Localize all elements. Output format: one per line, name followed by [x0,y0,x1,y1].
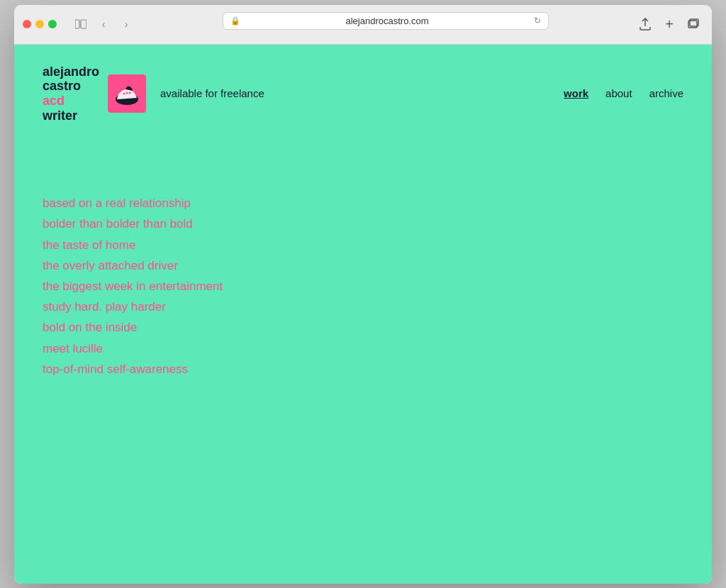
list-item: the taste of home [43,235,683,255]
traffic-lights [23,20,57,28]
list-item: based on a real relationship [43,194,683,213]
nav-work[interactable]: work [564,87,588,99]
logo-text-block: alejandro castro acd writer [43,65,99,123]
work-link-3[interactable]: the overly attached driver [43,259,178,272]
work-link-8[interactable]: top-of-mind self-awareness [43,362,188,376]
logo-line1: alejandro [43,65,99,79]
maximize-button[interactable] [48,20,57,28]
sidebar-toggle[interactable] [71,16,91,32]
list-item: the overly attached driver [43,256,683,275]
svg-rect-0 [75,20,79,28]
nav-archive[interactable]: archive [649,87,683,99]
browser-nav: ‹ › [71,16,136,32]
work-link-7[interactable]: meet lucille [43,342,103,355]
logo-area: alejandro castro acd writer [43,65,264,123]
address-bar-wrapper[interactable]: 🔒 ↻ [223,12,549,30]
list-item: bolder than bolder than bold [43,214,683,233]
website-content: alejandro castro acd writer [14,45,712,584]
work-link-1[interactable]: bolder than bolder than bold [43,217,193,231]
nav-about[interactable]: about [605,87,632,99]
site-nav: work about archive [564,87,683,99]
site-header: alejandro castro acd writer [14,45,712,138]
new-tab-button[interactable]: + [659,14,679,34]
browser-titlebar: ‹ › 🔒 ↻ + [23,12,703,37]
browser-window: ‹ › 🔒 ↻ + [14,5,712,584]
share-button[interactable] [635,14,655,34]
back-button[interactable]: ‹ [94,16,113,32]
work-list: based on a real relationship bolder than… [43,194,683,379]
work-link-5[interactable]: study hard. play harder [43,300,166,314]
browser-chrome: ‹ › 🔒 ↻ + [14,5,712,45]
logo-text: alejandro castro acd writer [43,65,99,123]
list-item: the biggest week in entertainment [43,277,683,296]
close-button[interactable] [23,20,31,28]
work-link-4[interactable]: the biggest week in entertainment [43,279,223,293]
logo-shoe [108,74,146,113]
forward-button[interactable]: › [116,16,136,32]
svg-point-6 [126,91,128,94]
svg-point-5 [123,92,125,94]
work-link-6[interactable]: bold on the inside [43,321,137,334]
minimize-button[interactable] [35,20,44,28]
logo-line4: writer [43,109,77,123]
svg-rect-1 [81,20,86,28]
tabs-button[interactable] [683,14,703,34]
browser-toolbar: 🔒 ↻ [223,12,549,37]
work-link-2[interactable]: the taste of home [43,238,135,252]
list-item: meet lucille [43,339,683,358]
list-item: bold on the inside [43,318,683,337]
reload-button[interactable]: ↻ [534,16,541,26]
list-item: study hard. play harder [43,297,683,316]
svg-point-7 [129,91,131,94]
browser-actions: + [635,14,703,34]
site-main: based on a real relationship bolder than… [14,137,712,436]
address-bar[interactable] [245,16,530,26]
list-item: top-of-mind self-awareness [43,360,683,379]
security-icon: 🔒 [230,16,240,26]
work-link-0[interactable]: based on a real relationship [43,196,191,210]
logo-line2: castro [43,79,81,93]
logo-line3: acd [43,94,65,108]
freelance-tag: available for freelance [160,87,264,99]
